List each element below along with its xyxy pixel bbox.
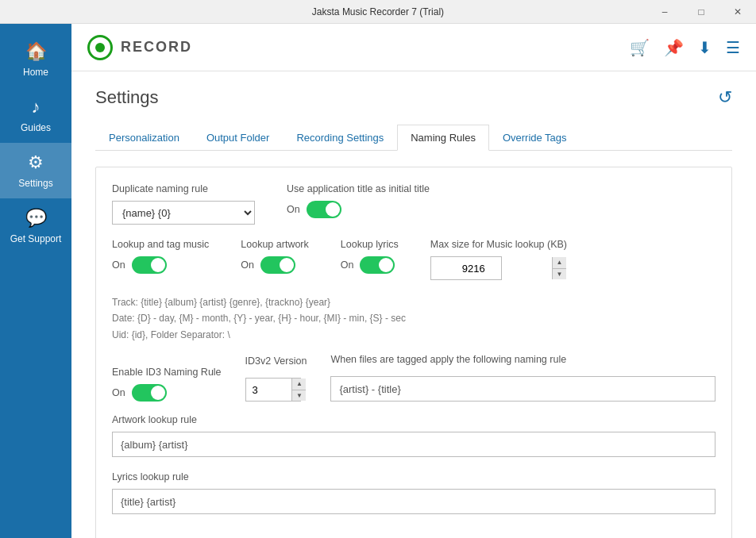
id3-version-input-wrap: ▲ ▼ [245, 378, 307, 402]
max-size-up-button[interactable]: ▲ [552, 257, 566, 269]
tab-naming-rules[interactable]: Naming Rules [397, 125, 489, 151]
lookup-artwork-toggle[interactable] [260, 256, 295, 274]
sidebar-label-home: Home [23, 67, 48, 78]
record-dot-icon [95, 43, 105, 52]
sidebar-label-settings: Settings [18, 178, 52, 189]
use-app-title-label: Use application title as initial title [287, 183, 430, 194]
lyrics-lookup-input[interactable] [112, 489, 716, 514]
header-bar: RECORD 🛒 📌 ⬇ ☰ [71, 24, 756, 71]
pin-icon[interactable]: 📌 [664, 38, 684, 57]
col-use-app-title: Use application title as initial title O… [287, 183, 430, 218]
id3-version-label: ID3v2 Version [245, 355, 307, 367]
sidebar-label-support: Get Support [10, 233, 62, 244]
tab-override-tags[interactable]: Override Tags [489, 125, 580, 151]
row-artwork-lookup: Artwork lookup rule [112, 414, 716, 457]
tagged-naming-rule-label: When files are tagged apply the followin… [330, 354, 716, 365]
settings-title-row: Settings ↺ [95, 87, 732, 108]
col-lookup-artwork: Lookup artwork On [241, 239, 308, 274]
col-duplicate-naming: Duplicate naming rule {name} {0} [112, 183, 255, 225]
menu-icon[interactable]: ☰ [726, 38, 740, 57]
info-text-block: Track: {title} {album} {artist} {genre},… [112, 294, 716, 343]
col-id3-version: ID3v2 Version ▲ ▼ [245, 355, 307, 402]
header-icons: 🛒 📌 ⬇ ☰ [630, 38, 740, 57]
lookup-tag-toggle[interactable] [132, 256, 167, 274]
home-icon: 🏠 [25, 41, 47, 62]
max-size-input[interactable] [430, 256, 502, 280]
row-lookups: Lookup and tag music On Lookup artwork O… [112, 239, 716, 280]
lookup-lyrics-toggle-row: On [341, 256, 399, 274]
tab-output-folder[interactable]: Output Folder [193, 125, 284, 151]
sidebar-label-guides: Guides [21, 122, 51, 133]
tab-recording-settings[interactable]: Recording Settings [283, 125, 397, 151]
col-tagged-naming-rule: When files are tagged apply the followin… [330, 354, 716, 402]
window-controls: – □ ✕ [646, 0, 756, 24]
lookup-tag-on-label: On [112, 259, 125, 271]
tabs: Personalization Output Folder Recording … [95, 124, 732, 151]
minimize-button[interactable]: – [646, 0, 683, 24]
col-enable-id3: Enable ID3 Naming Rule On [112, 367, 222, 402]
lookup-artwork-on-label: On [241, 259, 254, 271]
lookup-artwork-toggle-row: On [241, 256, 308, 274]
lookup-tag-label: Lookup and tag music [112, 239, 209, 250]
lyrics-lookup-label: Lyrics lookup rule [112, 471, 716, 482]
download-icon[interactable]: ⬇ [698, 38, 712, 57]
app-title: Jaksta Music Recorder 7 (Trial) [312, 6, 444, 17]
sidebar-item-settings[interactable]: ⚙ Settings [0, 143, 71, 198]
col-lookup-tag: Lookup and tag music On [112, 239, 209, 274]
use-app-title-on-label: On [287, 204, 300, 215]
id3-row: Enable ID3 Naming Rule On ID3v2 Version … [112, 354, 716, 402]
max-size-spinners: ▲ ▼ [552, 257, 566, 279]
col-lookup-lyrics: Lookup lyrics On [341, 239, 399, 274]
id3-version-up-button[interactable]: ▲ [291, 379, 306, 390]
id3-version-down-button[interactable]: ▼ [291, 390, 306, 402]
lookup-lyrics-on-label: On [341, 259, 354, 271]
id3-version-spinners: ▲ ▼ [291, 379, 306, 401]
info-line-2: Date: {D} - day, {M} - month, {Y} - year… [112, 310, 716, 326]
content-area: RECORD 🛒 📌 ⬇ ☰ Settings ↺ Personalizatio… [71, 24, 756, 538]
maximize-button[interactable]: □ [683, 0, 719, 24]
max-size-input-wrap: ▲ ▼ [430, 256, 567, 280]
duplicate-naming-dropdown[interactable]: {name} {0} [112, 201, 255, 225]
lookup-lyrics-toggle[interactable] [360, 256, 395, 274]
title-bar: Jaksta Music Recorder 7 (Trial) – □ ✕ [0, 0, 756, 24]
info-line-1: Track: {title} {album} {artist} {genre},… [112, 294, 716, 310]
settings-area: Settings ↺ Personalization Output Folder… [71, 71, 756, 538]
enable-id3-toggle-row: On [112, 384, 222, 402]
lookup-lyrics-label: Lookup lyrics [341, 239, 399, 250]
settings-panel: Duplicate naming rule {name} {0} Use app… [95, 167, 732, 538]
lookup-tag-toggle-row: On [112, 256, 209, 274]
enable-id3-toggle[interactable] [132, 384, 167, 402]
guides-icon: ♪ [32, 97, 40, 117]
max-size-down-button[interactable]: ▼ [552, 269, 566, 280]
support-icon: 💬 [25, 208, 47, 229]
lookup-artwork-label: Lookup artwork [241, 239, 308, 250]
enable-id3-on-label: On [112, 387, 125, 398]
page-title: Settings [95, 87, 159, 108]
sidebar-item-support[interactable]: 💬 Get Support [0, 198, 71, 254]
sidebar-item-guides[interactable]: ♪ Guides [0, 87, 71, 143]
cart-icon[interactable]: 🛒 [630, 38, 650, 57]
artwork-lookup-label: Artwork lookup rule [112, 414, 716, 425]
settings-icon: ⚙ [28, 152, 44, 173]
tagged-naming-rule-input[interactable] [330, 376, 716, 402]
info-line-3: Uid: {id}, Folder Separator: \ [112, 327, 716, 343]
tab-personalization[interactable]: Personalization [95, 125, 193, 151]
max-size-label: Max size for Music lookup (KB) [430, 239, 567, 250]
sidebar-item-home[interactable]: 🏠 Home [0, 32, 71, 87]
record-label: RECORD [121, 39, 192, 56]
enable-id3-label: Enable ID3 Naming Rule [112, 367, 222, 378]
record-logo: RECORD [87, 35, 192, 60]
use-app-title-toggle[interactable] [307, 201, 341, 218]
sidebar: 🏠 Home ♪ Guides ⚙ Settings 💬 Get Support [0, 24, 71, 538]
close-button[interactable]: ✕ [719, 0, 756, 24]
use-app-title-toggle-row: On [287, 201, 430, 218]
col-max-size: Max size for Music lookup (KB) ▲ ▼ [430, 239, 567, 280]
row-duplicate-naming: Duplicate naming rule {name} {0} Use app… [112, 183, 716, 225]
duplicate-naming-label: Duplicate naming rule [112, 183, 255, 194]
row-lyrics-lookup: Lyrics lookup rule [112, 471, 716, 514]
reset-button[interactable]: ↺ [718, 87, 732, 108]
record-circle-icon [87, 35, 113, 60]
artwork-lookup-input[interactable] [112, 432, 716, 457]
app-body: 🏠 Home ♪ Guides ⚙ Settings 💬 Get Support… [0, 24, 756, 538]
